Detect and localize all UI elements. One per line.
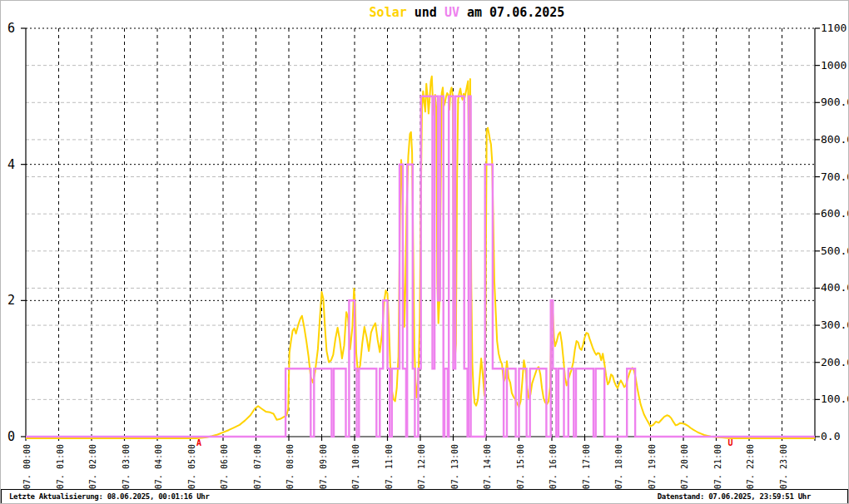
x-hour-label: 07. 07:00 bbox=[253, 444, 262, 489]
x-hour-label: 07. 14:00 bbox=[483, 444, 492, 489]
solar-uv-weather-page: AU 0246 0.0100.0200.0300.0400.0500.0600.… bbox=[0, 0, 849, 504]
x-hour-label: 07. 00:00 bbox=[22, 444, 32, 489]
x-hour-label: 07. 22:00 bbox=[746, 444, 755, 489]
x-hour-label: 07. 11:00 bbox=[385, 444, 394, 489]
sunset-marker: U bbox=[728, 438, 733, 447]
x-hour-label: 07. 05:00 bbox=[187, 444, 196, 489]
last-update-text: Letzte Aktualisierung: 08.06.2025, 00:01… bbox=[9, 492, 210, 501]
y-left-label: 0 bbox=[7, 429, 15, 444]
chart-title-solar: Solar bbox=[370, 5, 407, 20]
y-axis-left-labels: 0246 bbox=[7, 21, 15, 444]
y-right-label: 100.0 bbox=[821, 393, 849, 405]
y-right-label: 0.0 bbox=[821, 430, 840, 442]
y-left-label: 2 bbox=[7, 293, 15, 308]
x-hour-label: 07. 17:00 bbox=[582, 444, 591, 489]
x-hour-label: 07. 09:00 bbox=[319, 444, 328, 489]
x-hour-label: 07. 15:00 bbox=[516, 444, 525, 489]
y-right-label: 200.0 bbox=[821, 356, 849, 368]
y-right-label: 500.0 bbox=[821, 245, 849, 257]
x-hour-label: 07. 01:00 bbox=[56, 444, 65, 489]
y-right-label: 700.0 bbox=[821, 170, 849, 183]
status-bar: Letzte Aktualisierung: 08.06.2025, 00:01… bbox=[1, 489, 848, 504]
y-right-label: 1000.0 bbox=[821, 59, 849, 72]
chart-title-date: am 07.06.2025 bbox=[467, 5, 564, 20]
x-axis-labels: 07. 00:0007. 01:0007. 02:0007. 03:0007. … bbox=[22, 444, 788, 489]
y-right-label: 400.0 bbox=[821, 281, 849, 294]
x-hour-label: 07. 03:00 bbox=[122, 444, 131, 489]
x-hour-label: 07. 12:00 bbox=[417, 444, 426, 489]
x-hour-label: 07. 19:00 bbox=[648, 444, 657, 489]
x-hour-label: 07. 04:00 bbox=[154, 444, 163, 489]
solar-uv-chart: AU 0246 0.0100.0200.0300.0400.0500.0600.… bbox=[1, 1, 849, 489]
chart-title: Solar und UV am 07.06.2025 bbox=[370, 5, 565, 20]
sunrise-marker: A bbox=[196, 438, 201, 447]
x-hour-label: 07. 16:00 bbox=[549, 444, 558, 489]
y-left-label: 4 bbox=[7, 157, 15, 172]
y-right-label: 600.0 bbox=[821, 207, 849, 220]
x-hour-label: 07. 18:00 bbox=[614, 444, 623, 489]
x-hour-label: 07. 23:00 bbox=[779, 444, 788, 489]
uv-line bbox=[26, 96, 815, 437]
chart-title-und: und bbox=[415, 5, 444, 20]
x-hour-label: 07. 20:00 bbox=[680, 444, 689, 489]
y-right-label: 1100.0 bbox=[821, 22, 849, 34]
y-right-label: 800.0 bbox=[821, 133, 849, 146]
x-hour-label: 07. 10:00 bbox=[351, 444, 360, 489]
chart-title-uv: UV bbox=[444, 5, 459, 20]
x-hour-label: 07. 21:00 bbox=[713, 444, 722, 489]
x-hour-label: 07. 08:00 bbox=[285, 444, 295, 489]
data-timestamp-text: Datenstand: 07.06.2025, 23:59:51 Uhr bbox=[658, 492, 811, 501]
y-right-label: 300.0 bbox=[821, 319, 849, 331]
x-hour-label: 07. 13:00 bbox=[450, 444, 459, 489]
y-right-label: 900.0 bbox=[821, 96, 849, 108]
y-left-label: 6 bbox=[7, 21, 15, 36]
x-hour-label: 07. 02:00 bbox=[88, 444, 97, 489]
y-axis-right-labels: 0.0100.0200.0300.0400.0500.0600.0700.080… bbox=[821, 22, 849, 442]
x-hour-label: 07. 06:00 bbox=[220, 444, 229, 489]
